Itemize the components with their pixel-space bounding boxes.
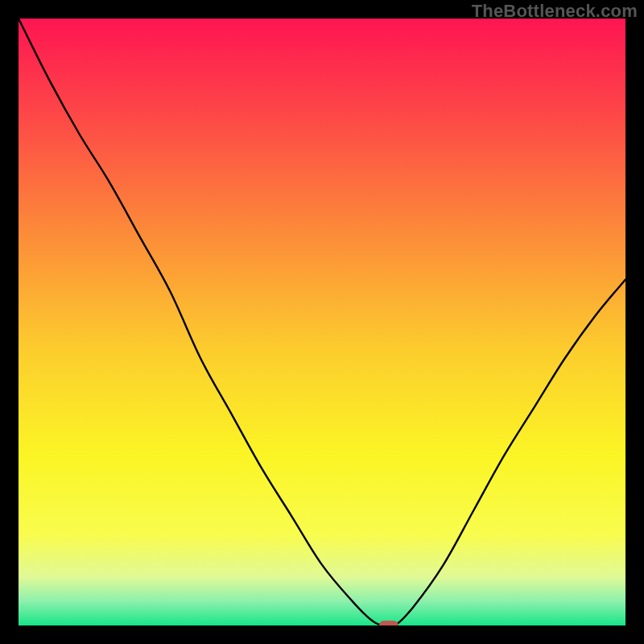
optimum-marker [379,621,398,625]
bottleneck-chart [19,19,625,625]
watermark-label: TheBottleneck.com [472,1,638,22]
plot-area [19,19,625,625]
gradient-background [19,19,625,625]
chart-frame: TheBottleneck.com [0,0,644,644]
